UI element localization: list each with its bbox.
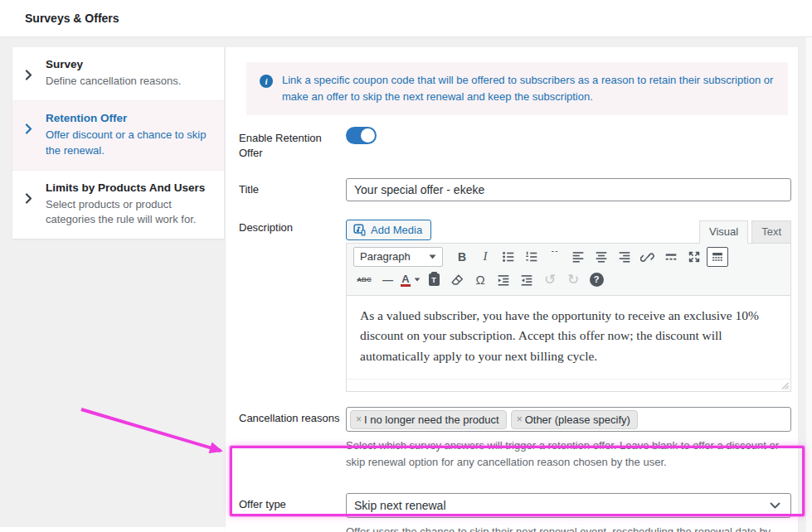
add-media-button[interactable]: Add Media bbox=[346, 220, 431, 240]
top-bar: Surveys & Offers bbox=[0, 0, 812, 37]
remove-tag-icon[interactable]: × bbox=[356, 414, 362, 425]
annotation-arrow bbox=[73, 401, 241, 466]
special-character-icon[interactable]: Ω bbox=[469, 270, 491, 290]
offer-type-select[interactable]: Skip next renewal bbox=[346, 493, 791, 518]
align-right-icon[interactable] bbox=[614, 247, 635, 267]
toggle-knob bbox=[361, 128, 375, 143]
editor-content-area[interactable]: As a valued subscriber, you have the opp… bbox=[346, 296, 791, 392]
outdent-icon[interactable] bbox=[493, 270, 514, 290]
sidebar-item-title: Survey bbox=[46, 58, 181, 70]
horizontal-rule-icon[interactable]: — bbox=[377, 270, 398, 290]
sidebar-item-title: Retention Offer bbox=[46, 112, 214, 124]
cancellation-reasons-label: Cancellation reasons bbox=[239, 407, 346, 426]
tag-no-longer-need[interactable]: × I no longer need the product bbox=[350, 410, 507, 429]
align-left-icon[interactable] bbox=[567, 247, 589, 267]
scrollbar-track[interactable] bbox=[806, 37, 812, 532]
page: { "header": { "title": "Surveys & Offers… bbox=[0, 0, 812, 532]
info-notice: i Link a specific coupon code that will … bbox=[246, 62, 788, 115]
editor-content-text[interactable]: As a valued subscriber, you have the opp… bbox=[347, 296, 790, 379]
chevron-down-icon bbox=[770, 502, 780, 509]
paste-as-text-icon[interactable]: T bbox=[423, 270, 445, 290]
dropdown-caret-icon bbox=[429, 254, 436, 259]
strikethrough-icon[interactable]: ABC bbox=[353, 270, 375, 290]
description-label: Description bbox=[239, 216, 346, 235]
ordered-list-icon[interactable] bbox=[521, 247, 542, 267]
media-icon bbox=[353, 224, 366, 236]
title-label: Title bbox=[239, 178, 346, 197]
clear-formatting-icon[interactable] bbox=[446, 270, 468, 290]
cancellation-reasons-multiselect[interactable]: × I no longer need the product × Other (… bbox=[346, 407, 791, 432]
retention-offer-panel: i Link a specific coupon code that will … bbox=[226, 47, 798, 532]
tag-other-specify[interactable]: × Other (please specify) bbox=[511, 410, 638, 429]
bottom-edge bbox=[0, 527, 226, 532]
remove-tag-icon[interactable]: × bbox=[517, 414, 523, 425]
editor-toolbar: Paragraph B I “ bbox=[346, 243, 791, 296]
dropdown-caret-icon bbox=[414, 278, 421, 282]
italic-button[interactable]: I bbox=[474, 247, 496, 267]
sidebar-item-desc: Offer discount or a chance to skip the r… bbox=[46, 128, 214, 159]
undo-icon[interactable]: ↺ bbox=[539, 270, 561, 290]
resize-grip-icon[interactable] bbox=[780, 380, 789, 389]
title-input[interactable] bbox=[346, 178, 791, 201]
bold-button[interactable]: B bbox=[451, 247, 473, 267]
help-icon[interactable]: ? bbox=[586, 270, 607, 290]
link-icon[interactable] bbox=[637, 247, 659, 267]
chevron-right-icon bbox=[25, 58, 36, 89]
sidebar-item-desc: Select products or product categories th… bbox=[46, 197, 214, 229]
sidebar-item-title: Limits by Products And Users bbox=[46, 181, 214, 194]
indent-icon[interactable] bbox=[516, 270, 537, 290]
editor-status-bar bbox=[347, 379, 790, 391]
settings-sidebar: Survey Define cancellation reasons. Rete… bbox=[12, 47, 224, 239]
sidebar-item-desc: Define cancellation reasons. bbox=[46, 74, 181, 89]
align-center-icon[interactable] bbox=[591, 247, 612, 267]
bullet-list-icon[interactable] bbox=[498, 247, 519, 267]
paragraph-dropdown[interactable]: Paragraph bbox=[353, 247, 443, 267]
offer-type-label: Offer type bbox=[239, 493, 346, 512]
text-color-icon[interactable]: A bbox=[400, 270, 421, 290]
cancellation-reasons-help: Select which survey answers will trigger… bbox=[346, 438, 791, 471]
tab-text[interactable]: Text bbox=[751, 220, 791, 243]
redo-icon[interactable]: ↻ bbox=[562, 270, 584, 290]
offer-type-help: Offer users the chance to skip their nex… bbox=[346, 524, 791, 532]
fullscreen-icon[interactable] bbox=[683, 247, 705, 267]
tab-visual[interactable]: Visual bbox=[699, 220, 748, 244]
toolbar-toggle-icon[interactable] bbox=[707, 247, 728, 267]
notice-text: Link a specific coupon code that will be… bbox=[282, 72, 775, 105]
more-tag-icon[interactable] bbox=[660, 247, 682, 267]
sidebar-item-retention-offer[interactable]: Retention Offer Offer discount or a chan… bbox=[12, 100, 224, 170]
page-title: Surveys & Offers bbox=[25, 12, 119, 25]
info-icon: i bbox=[260, 75, 273, 88]
sidebar-item-limits[interactable]: Limits by Products And Users Select prod… bbox=[12, 170, 224, 239]
enable-retention-offer-label: Enable Retention Offer bbox=[239, 127, 346, 161]
enable-retention-offer-toggle[interactable] bbox=[346, 127, 377, 144]
sidebar-item-survey[interactable]: Survey Define cancellation reasons. bbox=[12, 47, 224, 100]
chevron-right-icon bbox=[25, 181, 36, 229]
blockquote-icon[interactable]: “ bbox=[544, 247, 566, 267]
chevron-right-icon bbox=[25, 112, 36, 159]
